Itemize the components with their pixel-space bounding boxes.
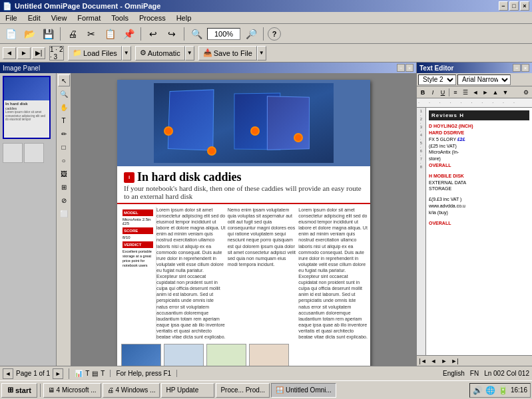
article-text-1: Lorem ipsum dolor sit amet consectetur a… — [156, 207, 226, 339]
status-icon-3: ▤ — [92, 370, 98, 377]
te-nav-prev-2[interactable]: ◄ — [429, 356, 438, 366]
menu-process[interactable]: Process — [136, 13, 168, 23]
save-dropdown[interactable]: ▼ — [257, 46, 266, 61]
paste-button[interactable]: 📌 — [121, 27, 136, 41]
help-button[interactable]: ? — [268, 27, 281, 41]
draw-tool[interactable]: ✏ — [58, 128, 70, 140]
te-nav-prev[interactable]: ◄ — [471, 88, 480, 97]
status-right: English FN Ln 002 Col 012 — [443, 370, 529, 377]
rectangle-tool[interactable]: □ — [58, 141, 70, 153]
te-close[interactable]: × — [521, 64, 529, 72]
start-button[interactable]: ⊞ start — [1, 383, 37, 398]
image-panel-close[interactable]: × — [405, 64, 413, 72]
save-icon: 📥 — [203, 49, 212, 57]
te-bold[interactable]: B — [418, 88, 427, 97]
help-section: For Help, press F1 — [116, 370, 177, 377]
te-underline[interactable]: U — [438, 88, 447, 97]
hdd-book-3 — [267, 96, 310, 150]
cut-button[interactable]: ✂ — [83, 27, 99, 41]
redo-button[interactable]: ↪ — [164, 27, 180, 41]
te-nav-first[interactable]: |◄ — [418, 356, 427, 366]
te-italic[interactable]: I — [428, 88, 437, 97]
text-editor-panel: Text Editor − × Style 2 Arial Narrow B I… — [416, 63, 532, 366]
new-button[interactable]: 📄 — [3, 27, 19, 41]
te-vertical-ruler: 1·2·3·4·5·6·7·8 — [417, 108, 426, 355]
taskbar-item-3[interactable]: HP Update — [161, 383, 214, 398]
status-prev[interactable]: ◄ — [3, 368, 13, 379]
te-align-center[interactable]: ☰ — [461, 88, 470, 97]
load-files-button[interactable]: 📁 Load Files — [68, 46, 122, 61]
automatic-button[interactable]: ⚙ Automatic — [135, 46, 185, 61]
copy-button[interactable]: 📋 — [102, 27, 118, 41]
taskbar-item-5[interactable]: 🪟 Untitled Omni... — [271, 383, 336, 398]
maximize-button[interactable]: □ — [509, 1, 519, 11]
gear-icon: ⚙ — [140, 49, 146, 57]
article-icon: i — [124, 172, 134, 183]
eraser-tool[interactable]: ⬜ — [58, 207, 70, 219]
style-select[interactable]: Style 2 — [418, 74, 456, 85]
prev-page-button[interactable]: ◄ — [3, 47, 16, 59]
language-status: English — [443, 370, 465, 377]
menu-help[interactable]: Help — [174, 13, 194, 23]
sidebar-text-1: MicroAntix 2.5in £25 — [123, 217, 153, 225]
sidebar-box-2: SCORE — [123, 227, 153, 234]
te-minimize[interactable]: − — [513, 64, 521, 72]
orange-mark-1 — [164, 126, 173, 136]
zoom-in-button[interactable]: 🔍 — [188, 27, 204, 41]
te-line-3: FX 5 GLORY £2£ — [429, 136, 529, 143]
select-tool[interactable]: ↖ — [58, 74, 70, 86]
undo-button[interactable]: ↩ — [145, 27, 161, 41]
zoom-input[interactable]: 100% — [207, 28, 240, 40]
next-page-button[interactable]: ► — [17, 47, 31, 59]
taskbar-item-2[interactable]: 🖨 4 Windows ... — [103, 383, 160, 398]
open-button[interactable]: 📂 — [21, 27, 37, 41]
te-nav-last[interactable]: ►| — [450, 356, 459, 366]
te-nav-up[interactable]: ▲ — [491, 88, 500, 97]
te-content[interactable]: Reviews H D HOYLING2 (INCH) HARD DSDRIVE… — [426, 108, 532, 355]
print-button[interactable]: 🖨 — [65, 27, 81, 41]
hand-tool[interactable]: ✋ — [58, 101, 70, 113]
orange-mark-3 — [250, 126, 260, 136]
tray-icon-2: 🌐 — [485, 386, 495, 395]
text-tool[interactable]: T — [58, 114, 70, 126]
menu-format[interactable]: Format — [75, 13, 103, 23]
article-text-3: Lorem ipsum dolor sit amet consectetur a… — [298, 207, 368, 339]
font-select[interactable]: Arial Narrow — [457, 74, 511, 85]
close-button[interactable]: × — [520, 1, 529, 11]
circle-tool[interactable]: ○ — [58, 154, 70, 166]
document-view[interactable]: i In hard disk caddies If your notebook'… — [71, 73, 416, 366]
te-nav-down[interactable]: ▼ — [501, 88, 510, 97]
zoom-out-button[interactable]: 🔎 — [243, 27, 259, 41]
image-panel-minimize[interactable]: − — [397, 64, 405, 72]
menu-view[interactable]: View — [49, 13, 70, 23]
text-editor-title: Text Editor — [419, 65, 453, 72]
save-button[interactable]: 💾 — [40, 27, 56, 41]
taskbar-item-1[interactable]: 🖥 4 Microsoft ... — [43, 383, 101, 398]
load-files-dropdown[interactable]: ▼ — [122, 46, 131, 61]
image-panel-controls: − × — [397, 64, 413, 72]
status-next[interactable]: ► — [53, 368, 63, 379]
menu-edit[interactable]: Edit — [25, 13, 43, 23]
save-to-file-button[interactable]: 📥 Save to File — [198, 46, 257, 61]
te-nav-next[interactable]: ► — [481, 88, 490, 97]
taskbar-item-4[interactable]: Proce... Prod... — [216, 383, 270, 398]
te-align-left[interactable]: ≡ — [451, 88, 460, 97]
image-zone-tool[interactable]: 🖼 — [58, 168, 70, 180]
menu-file[interactable]: File — [3, 13, 20, 23]
last-page-button[interactable]: ▶| — [32, 47, 45, 59]
minimize-button[interactable]: − — [499, 1, 508, 11]
automatic-dropdown[interactable]: ▼ — [185, 46, 194, 61]
taskbar: ⊞ start 🖥 4 Microsoft ... 🖨 4 Windows ..… — [0, 380, 532, 399]
main-toolbar: 📄 📂 💾 🖨 ✂ 📋 📌 ↩ ↪ 🔍 100% 🔎 ? — [0, 24, 532, 44]
menu-tools[interactable]: Tools — [109, 13, 131, 23]
ignore-tool[interactable]: ⊘ — [58, 194, 70, 206]
zoom-tool[interactable]: 🔍 — [58, 88, 70, 100]
hdd-image — [154, 83, 334, 163]
te-settings[interactable]: ⚙ — [521, 88, 531, 97]
status-icon-1: 📊 — [75, 370, 83, 377]
sidebar-text-2: 8/10 — [123, 235, 153, 239]
window-title: Untitled OmniPage Document - OmniPage — [15, 2, 160, 10]
te-nav-next-2[interactable]: ► — [439, 356, 449, 366]
table-tool[interactable]: ⊞ — [58, 181, 70, 193]
page-thumbnail-1[interactable]: In hard disk caddies Lorem ipsum dolor s… — [3, 76, 51, 139]
